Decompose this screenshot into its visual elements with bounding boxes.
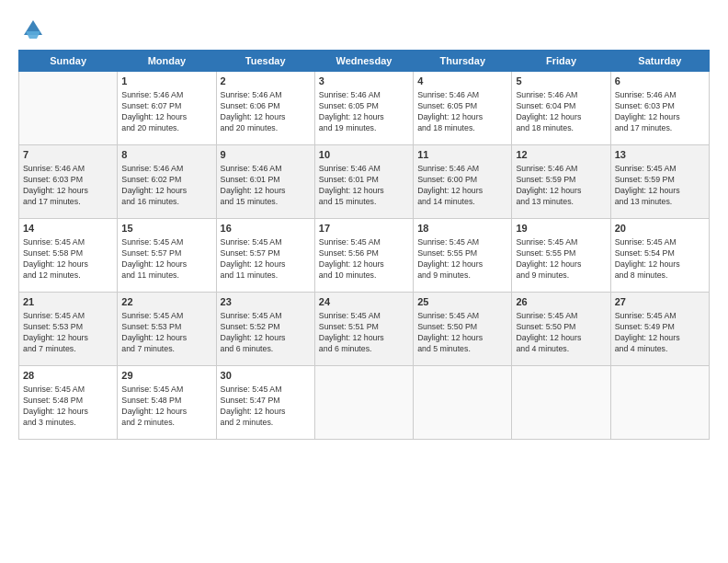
col-header-saturday: Saturday bbox=[610, 51, 709, 72]
header bbox=[18, 17, 710, 42]
day-number: 1 bbox=[121, 75, 211, 88]
day-cell-18: 18Sunrise: 5:45 AM Sunset: 5:55 PM Dayli… bbox=[414, 219, 512, 293]
day-cell-5: 5Sunrise: 5:46 AM Sunset: 6:04 PM Daylig… bbox=[512, 72, 610, 145]
day-info: Sunrise: 5:45 AM Sunset: 5:47 PM Dayligh… bbox=[221, 385, 311, 429]
day-cell-21: 21Sunrise: 5:45 AM Sunset: 5:53 PM Dayli… bbox=[19, 293, 118, 366]
day-cell-1: 1Sunrise: 5:46 AM Sunset: 6:07 PM Daylig… bbox=[118, 72, 216, 145]
day-info: Sunrise: 5:46 AM Sunset: 6:02 PM Dayligh… bbox=[121, 164, 211, 208]
day-number: 21 bbox=[23, 295, 113, 309]
day-number: 19 bbox=[516, 222, 606, 236]
day-number: 8 bbox=[121, 148, 211, 162]
day-cell-19: 19Sunrise: 5:45 AM Sunset: 5:55 PM Dayli… bbox=[512, 219, 610, 293]
day-number: 15 bbox=[121, 222, 211, 236]
day-cell-7: 7Sunrise: 5:46 AM Sunset: 6:03 PM Daylig… bbox=[19, 145, 118, 219]
logo bbox=[18, 17, 46, 42]
col-header-monday: Monday bbox=[118, 51, 216, 72]
day-info: Sunrise: 5:46 AM Sunset: 6:03 PM Dayligh… bbox=[23, 164, 113, 208]
day-number: 14 bbox=[23, 222, 113, 236]
week-row-5: 28Sunrise: 5:45 AM Sunset: 5:48 PM Dayli… bbox=[19, 366, 710, 440]
day-cell-28: 28Sunrise: 5:45 AM Sunset: 5:48 PM Dayli… bbox=[19, 366, 118, 440]
col-header-wednesday: Wednesday bbox=[314, 51, 413, 72]
day-number: 16 bbox=[221, 222, 311, 236]
day-number: 30 bbox=[221, 369, 311, 383]
day-info: Sunrise: 5:45 AM Sunset: 5:58 PM Dayligh… bbox=[23, 237, 113, 282]
day-number: 13 bbox=[615, 148, 705, 162]
col-header-tuesday: Tuesday bbox=[216, 51, 314, 72]
empty-cell bbox=[314, 366, 413, 440]
day-info: Sunrise: 5:45 AM Sunset: 5:53 PM Dayligh… bbox=[23, 311, 113, 355]
day-cell-30: 30Sunrise: 5:45 AM Sunset: 5:47 PM Dayli… bbox=[216, 366, 314, 440]
day-cell-27: 27Sunrise: 5:45 AM Sunset: 5:49 PM Dayli… bbox=[610, 293, 709, 366]
day-cell-10: 10Sunrise: 5:46 AM Sunset: 6:01 PM Dayli… bbox=[314, 145, 413, 219]
day-cell-9: 9Sunrise: 5:46 AM Sunset: 6:01 PM Daylig… bbox=[216, 145, 314, 219]
day-info: Sunrise: 5:45 AM Sunset: 5:48 PM Dayligh… bbox=[121, 385, 211, 429]
day-info: Sunrise: 5:46 AM Sunset: 6:01 PM Dayligh… bbox=[221, 164, 311, 208]
day-info: Sunrise: 5:46 AM Sunset: 6:07 PM Dayligh… bbox=[121, 90, 211, 134]
day-cell-17: 17Sunrise: 5:45 AM Sunset: 5:56 PM Dayli… bbox=[314, 219, 413, 293]
day-number: 5 bbox=[516, 75, 606, 88]
day-cell-14: 14Sunrise: 5:45 AM Sunset: 5:58 PM Dayli… bbox=[19, 219, 118, 293]
day-cell-16: 16Sunrise: 5:45 AM Sunset: 5:57 PM Dayli… bbox=[216, 219, 314, 293]
calendar-table: SundayMondayTuesdayWednesdayThursdayFrid… bbox=[18, 50, 710, 440]
day-number: 27 bbox=[615, 295, 705, 309]
day-info: Sunrise: 5:46 AM Sunset: 5:59 PM Dayligh… bbox=[516, 164, 606, 208]
day-info: Sunrise: 5:46 AM Sunset: 6:03 PM Dayligh… bbox=[615, 90, 705, 134]
svg-marker-1 bbox=[26, 31, 40, 39]
day-number: 26 bbox=[516, 295, 606, 309]
day-number: 18 bbox=[417, 222, 507, 236]
day-cell-20: 20Sunrise: 5:45 AM Sunset: 5:54 PM Dayli… bbox=[610, 219, 709, 293]
day-number: 12 bbox=[516, 148, 606, 162]
day-info: Sunrise: 5:45 AM Sunset: 5:59 PM Dayligh… bbox=[615, 164, 705, 208]
day-info: Sunrise: 5:45 AM Sunset: 5:55 PM Dayligh… bbox=[417, 237, 507, 282]
day-info: Sunrise: 5:45 AM Sunset: 5:49 PM Dayligh… bbox=[615, 311, 705, 355]
day-cell-13: 13Sunrise: 5:45 AM Sunset: 5:59 PM Dayli… bbox=[610, 145, 709, 219]
day-info: Sunrise: 5:45 AM Sunset: 5:50 PM Dayligh… bbox=[417, 311, 507, 355]
day-info: Sunrise: 5:45 AM Sunset: 5:57 PM Dayligh… bbox=[221, 237, 311, 282]
day-number: 22 bbox=[121, 295, 211, 309]
day-cell-15: 15Sunrise: 5:45 AM Sunset: 5:57 PM Dayli… bbox=[118, 219, 216, 293]
day-number: 7 bbox=[23, 148, 113, 162]
day-cell-8: 8Sunrise: 5:46 AM Sunset: 6:02 PM Daylig… bbox=[118, 145, 216, 219]
empty-cell bbox=[512, 366, 610, 440]
page: SundayMondayTuesdayWednesdayThursdayFrid… bbox=[0, 0, 728, 563]
day-cell-2: 2Sunrise: 5:46 AM Sunset: 6:06 PM Daylig… bbox=[216, 72, 314, 145]
day-info: Sunrise: 5:46 AM Sunset: 6:05 PM Dayligh… bbox=[417, 90, 507, 134]
day-number: 10 bbox=[319, 148, 409, 162]
day-info: Sunrise: 5:45 AM Sunset: 5:50 PM Dayligh… bbox=[516, 311, 606, 355]
day-cell-22: 22Sunrise: 5:45 AM Sunset: 5:53 PM Dayli… bbox=[118, 293, 216, 366]
logo-icon bbox=[20, 17, 46, 42]
empty-cell bbox=[414, 366, 512, 440]
day-cell-24: 24Sunrise: 5:45 AM Sunset: 5:51 PM Dayli… bbox=[314, 293, 413, 366]
day-info: Sunrise: 5:45 AM Sunset: 5:54 PM Dayligh… bbox=[615, 237, 705, 282]
day-cell-11: 11Sunrise: 5:46 AM Sunset: 6:00 PM Dayli… bbox=[414, 145, 512, 219]
day-info: Sunrise: 5:46 AM Sunset: 6:01 PM Dayligh… bbox=[319, 164, 409, 208]
day-number: 20 bbox=[615, 222, 705, 236]
day-cell-25: 25Sunrise: 5:45 AM Sunset: 5:50 PM Dayli… bbox=[414, 293, 512, 366]
day-info: Sunrise: 5:45 AM Sunset: 5:53 PM Dayligh… bbox=[121, 311, 211, 355]
day-number: 3 bbox=[319, 75, 409, 88]
header-row: SundayMondayTuesdayWednesdayThursdayFrid… bbox=[19, 51, 710, 72]
day-cell-4: 4Sunrise: 5:46 AM Sunset: 6:05 PM Daylig… bbox=[414, 72, 512, 145]
week-row-1: 1Sunrise: 5:46 AM Sunset: 6:07 PM Daylig… bbox=[19, 72, 710, 145]
day-cell-6: 6Sunrise: 5:46 AM Sunset: 6:03 PM Daylig… bbox=[610, 72, 709, 145]
day-info: Sunrise: 5:46 AM Sunset: 6:06 PM Dayligh… bbox=[221, 90, 311, 134]
day-number: 24 bbox=[319, 295, 409, 309]
day-cell-29: 29Sunrise: 5:45 AM Sunset: 5:48 PM Dayli… bbox=[118, 366, 216, 440]
week-row-4: 21Sunrise: 5:45 AM Sunset: 5:53 PM Dayli… bbox=[19, 293, 710, 366]
day-info: Sunrise: 5:45 AM Sunset: 5:56 PM Dayligh… bbox=[319, 237, 409, 282]
empty-cell bbox=[610, 366, 709, 440]
day-number: 25 bbox=[417, 295, 507, 309]
week-row-3: 14Sunrise: 5:45 AM Sunset: 5:58 PM Dayli… bbox=[19, 219, 710, 293]
day-cell-26: 26Sunrise: 5:45 AM Sunset: 5:50 PM Dayli… bbox=[512, 293, 610, 366]
day-info: Sunrise: 5:45 AM Sunset: 5:55 PM Dayligh… bbox=[516, 237, 606, 282]
day-number: 29 bbox=[121, 369, 211, 383]
week-row-2: 7Sunrise: 5:46 AM Sunset: 6:03 PM Daylig… bbox=[19, 145, 710, 219]
day-cell-23: 23Sunrise: 5:45 AM Sunset: 5:52 PM Dayli… bbox=[216, 293, 314, 366]
day-info: Sunrise: 5:45 AM Sunset: 5:57 PM Dayligh… bbox=[121, 237, 211, 282]
col-header-sunday: Sunday bbox=[19, 51, 118, 72]
day-info: Sunrise: 5:46 AM Sunset: 6:00 PM Dayligh… bbox=[417, 164, 507, 208]
day-number: 9 bbox=[221, 148, 311, 162]
col-header-thursday: Thursday bbox=[414, 51, 512, 72]
day-number: 11 bbox=[417, 148, 507, 162]
day-info: Sunrise: 5:45 AM Sunset: 5:52 PM Dayligh… bbox=[221, 311, 311, 355]
